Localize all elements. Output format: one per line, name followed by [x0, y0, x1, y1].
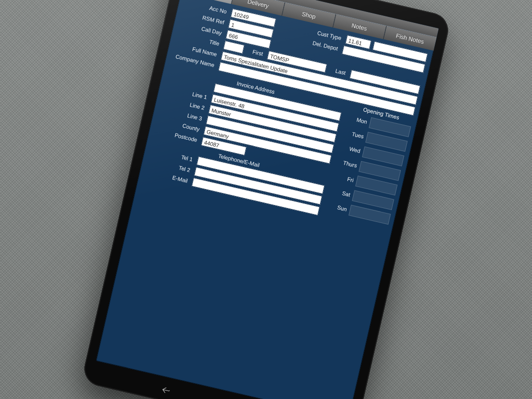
- ot-wed-label: Wed: [340, 144, 361, 154]
- ot-tues-label: Tues: [344, 129, 364, 140]
- ot-sun-label: Sun: [327, 202, 348, 212]
- ot-mon-label: Mon: [347, 115, 367, 125]
- ot-sat-label: Sat: [330, 188, 351, 198]
- ot-thurs-label: Thurs: [337, 158, 357, 169]
- nav-home-icon[interactable]: [208, 395, 230, 399]
- last-label: Last: [328, 66, 348, 76]
- nav-back-icon[interactable]: [154, 382, 176, 398]
- ot-fri-label: Fri: [333, 173, 354, 184]
- first-label: First: [246, 47, 266, 57]
